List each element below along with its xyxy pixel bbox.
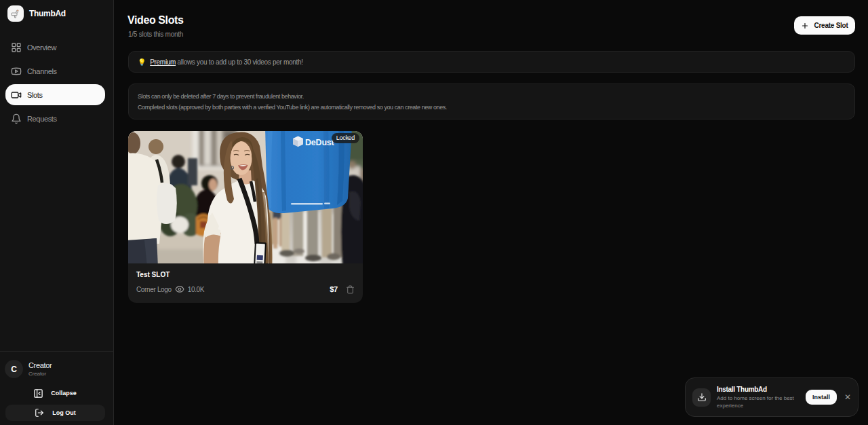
svg-text:DeDust: DeDust	[305, 138, 335, 147]
